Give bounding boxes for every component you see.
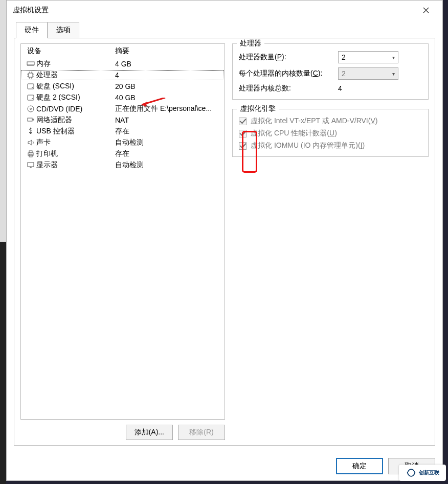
svg-rect-2 [28, 84, 34, 89]
chevron-down-icon: ▾ [392, 55, 395, 60]
svg-point-3 [32, 87, 33, 88]
close-icon [423, 7, 429, 13]
svg-rect-1 [29, 73, 33, 77]
device-name: 硬盘 (SCSI) [36, 82, 115, 91]
virt-iommu-checkbox [239, 142, 247, 150]
watermark-text: 创新互联 [419, 470, 439, 475]
svg-point-7 [30, 108, 32, 110]
virt-cpu-label: 虚拟化 CPU 性能计数器(U) [251, 129, 337, 138]
processor-group: 处理器 处理器数量(P): 2 ▾ 每个处理器的内核数量(C): 2 [232, 43, 429, 100]
svg-rect-8 [28, 118, 32, 121]
device-summary: 自动检测 [115, 160, 220, 170]
virt-iommu-label: 虚拟化 IOMMU (IO 内存管理单元)(I) [251, 141, 365, 150]
device-row-cpu[interactable]: 处理器 4 [21, 70, 225, 81]
device-summary: 4 GB [115, 60, 220, 68]
svg-rect-11 [29, 151, 32, 153]
cpu-icon [27, 71, 35, 79]
printer-icon [27, 150, 35, 158]
device-row-nic[interactable]: 网络适配器 NAT [21, 114, 225, 126]
watermark: 创新互联 [399, 465, 446, 481]
virt-iommu-row: 虚拟化 IOMMU (IO 内存管理单元)(I) [239, 141, 422, 150]
processor-group-title: 处理器 [237, 39, 264, 48]
device-row-sound[interactable]: 声卡 自动检测 [21, 137, 225, 148]
device-name: 网络适配器 [36, 116, 115, 125]
close-button[interactable] [415, 3, 437, 18]
device-row-display[interactable]: 显示器 自动检测 [21, 159, 225, 171]
remove-button: 移除(R) [178, 425, 225, 440]
virt-cpu-row: 虚拟化 CPU 性能计数器(U) [239, 129, 422, 138]
device-row-usb[interactable]: USB 控制器 存在 [21, 126, 225, 137]
virt-cpu-checkbox [239, 130, 247, 137]
device-row-cd[interactable]: CD/DVD (IDE) 正在使用文件 E:\personal\ce... [21, 103, 225, 114]
device-list-header: 设备 摘要 [21, 44, 225, 58]
total-cores-label: 处理器内核总数: [239, 84, 338, 93]
virt-vt-checkbox [239, 118, 247, 125]
device-name: USB 控制器 [36, 127, 115, 136]
header-summary: 摘要 [115, 47, 220, 56]
header-device: 设备 [25, 47, 115, 56]
device-summary: NAT [115, 116, 220, 124]
sound-icon [27, 139, 35, 147]
memory-icon [27, 60, 35, 68]
virt-vt-row: 虚拟化 Intel VT-x/EPT 或 AMD-V/RVI(V) [239, 117, 422, 126]
tab-options[interactable]: 选项 [48, 22, 79, 38]
virt-vt-label: 虚拟化 Intel VT-x/EPT 或 AMD-V/RVI(V) [251, 117, 377, 126]
device-name: 内存 [36, 59, 115, 68]
usb-icon [27, 127, 35, 135]
svg-rect-13 [28, 163, 34, 167]
svg-point-9 [30, 128, 32, 129]
proc-count-select[interactable]: 2 ▾ [338, 51, 398, 63]
disk-icon [27, 82, 35, 90]
device-name: 处理器 [36, 71, 115, 80]
device-name: 显示器 [36, 160, 115, 170]
display-icon [27, 161, 35, 169]
device-name: CD/DVD (IDE) [36, 105, 115, 113]
device-row-memory[interactable]: 内存 4 GB [21, 58, 225, 70]
device-name: 硬盘 2 (SCSI) [36, 93, 115, 102]
device-summary: 40 GB [115, 94, 220, 102]
tab-bar: 硬件 选项 [7, 22, 442, 38]
window-title: 虚拟机设置 [13, 6, 415, 15]
device-list: 设备 摘要 内存 4 GB 处理器 4 硬盘 (SCSI) 20 GB [20, 43, 225, 420]
cores-per-proc-select: 2 ▾ [338, 67, 398, 80]
vm-settings-dialog: 虚拟机设置 硬件 选项 设备 摘要 内存 4 GB [6, 0, 443, 481]
watermark-logo-icon [406, 467, 417, 478]
device-row-printer[interactable]: 打印机 存在 [21, 148, 225, 159]
left-button-row: 添加(A)... 移除(R) [20, 425, 225, 440]
svg-point-6 [28, 106, 34, 112]
device-summary: 正在使用文件 E:\personal\ce... [115, 104, 220, 113]
cd-icon [27, 105, 35, 113]
disk-icon [27, 94, 35, 102]
virtualization-group: 虚拟化引擎 虚拟化 Intel VT-x/EPT 或 AMD-V/RVI(V) … [232, 109, 429, 157]
device-summary: 20 GB [115, 82, 220, 90]
device-name: 打印机 [36, 149, 115, 158]
proc-count-label: 处理器数量(P): [239, 53, 338, 62]
dialog-footer: 确定 取消 [7, 453, 442, 480]
chevron-down-icon: ▾ [392, 71, 395, 77]
device-row-disk1[interactable]: 硬盘 (SCSI) 20 GB [21, 81, 225, 92]
right-pane: 处理器 处理器数量(P): 2 ▾ 每个处理器的内核数量(C): 2 [232, 43, 429, 440]
svg-point-5 [32, 98, 33, 99]
device-name: 声卡 [36, 138, 115, 147]
titlebar: 虚拟机设置 [7, 1, 442, 20]
device-summary: 4 [115, 71, 220, 79]
tab-hardware[interactable]: 硬件 [16, 22, 48, 38]
nic-icon [27, 116, 35, 124]
cores-per-proc-label: 每个处理器的内核数量(C): [239, 69, 338, 78]
svg-rect-0 [27, 62, 34, 65]
left-pane: 设备 摘要 内存 4 GB 处理器 4 硬盘 (SCSI) 20 GB [20, 43, 225, 440]
add-button[interactable]: 添加(A)... [126, 425, 173, 440]
device-summary: 存在 [115, 127, 220, 136]
total-cores-value: 4 [338, 84, 342, 93]
device-summary: 存在 [115, 149, 220, 158]
ok-button[interactable]: 确定 [336, 458, 383, 474]
svg-rect-4 [28, 95, 34, 100]
device-summary: 自动检测 [115, 138, 220, 147]
tab-body: 设备 摘要 内存 4 GB 处理器 4 硬盘 (SCSI) 20 GB [14, 38, 435, 446]
device-row-disk2[interactable]: 硬盘 2 (SCSI) 40 GB [21, 92, 225, 103]
virt-group-title: 虚拟化引擎 [237, 104, 279, 113]
